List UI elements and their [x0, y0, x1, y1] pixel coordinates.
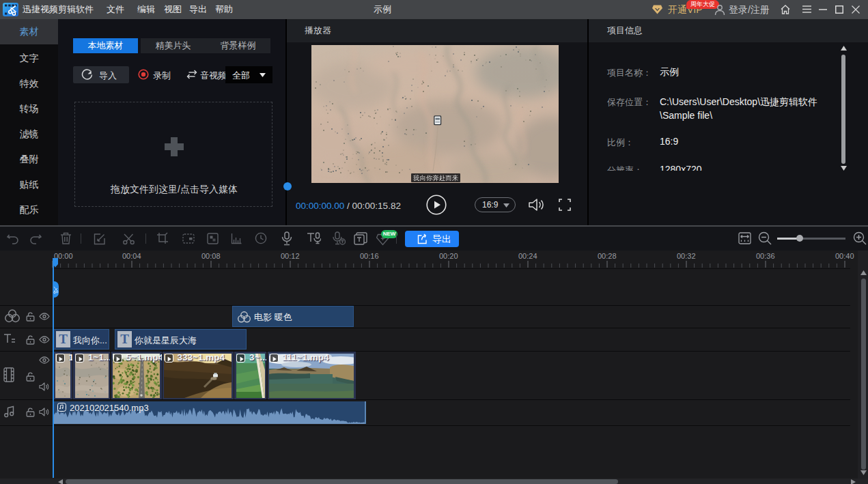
svg-text:我向你奔赴而来: 我向你奔赴而来: [412, 174, 459, 182]
